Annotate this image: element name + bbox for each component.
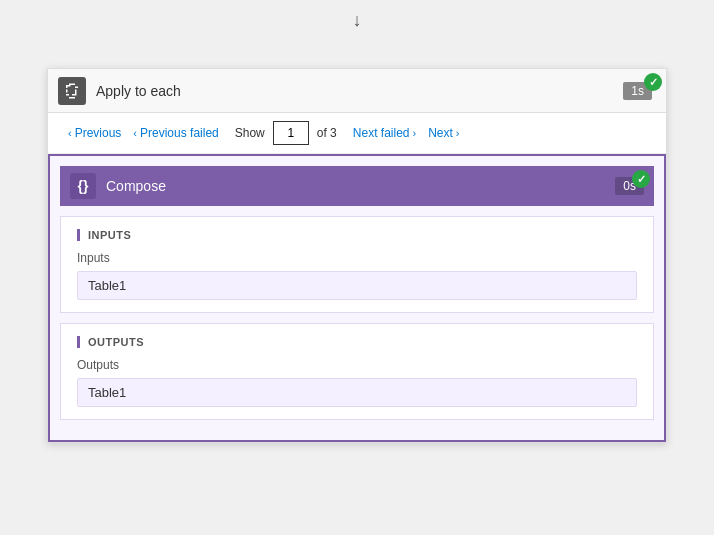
chevron-left-icon: ‹ <box>68 127 72 139</box>
compose-icon: {} <box>70 173 96 199</box>
chevron-right-failed-icon: › <box>413 127 417 139</box>
total-pages-label: of 3 <box>317 126 337 140</box>
next-failed-label: Next failed <box>353 126 410 140</box>
compose-success-icon <box>632 170 650 188</box>
apply-to-each-header: Apply to each 1s <box>48 69 666 113</box>
page-input[interactable] <box>273 121 309 145</box>
outputs-section: OUTPUTS Outputs Table1 <box>60 323 654 420</box>
outputs-field-label: Outputs <box>77 358 637 372</box>
chevron-right-icon: › <box>456 127 460 139</box>
previous-failed-button[interactable]: ‹ Previous failed <box>129 124 222 142</box>
outputs-section-title: OUTPUTS <box>77 336 637 348</box>
apply-to-each-title: Apply to each <box>96 83 623 99</box>
compose-title: Compose <box>106 178 615 194</box>
down-arrow-icon: ↓ <box>353 10 362 31</box>
next-failed-button[interactable]: Next failed › <box>349 124 420 142</box>
inputs-section-title: INPUTS <box>77 229 637 241</box>
chevron-left-failed-icon: ‹ <box>133 127 137 139</box>
next-button[interactable]: Next › <box>424 124 463 142</box>
svg-rect-0 <box>69 83 75 85</box>
inputs-field-label: Inputs <box>77 251 637 265</box>
inputs-section: INPUTS Inputs Table1 <box>60 216 654 313</box>
loop-icon <box>58 77 86 105</box>
svg-rect-1 <box>69 97 75 99</box>
previous-failed-label: Previous failed <box>140 126 219 140</box>
show-label: Show <box>235 126 265 140</box>
next-label: Next <box>428 126 453 140</box>
previous-button[interactable]: ‹ Previous <box>64 124 125 142</box>
apply-success-icon <box>644 73 662 91</box>
compose-header: {} Compose 0s <box>60 166 654 206</box>
navigation-bar: ‹ Previous ‹ Previous failed Show of 3 N… <box>48 113 666 154</box>
previous-label: Previous <box>75 126 122 140</box>
inputs-field-value: Table1 <box>77 271 637 300</box>
outputs-field-value: Table1 <box>77 378 637 407</box>
compose-container: {} Compose 0s INPUTS Inputs Table1 OUTPU… <box>48 154 666 442</box>
